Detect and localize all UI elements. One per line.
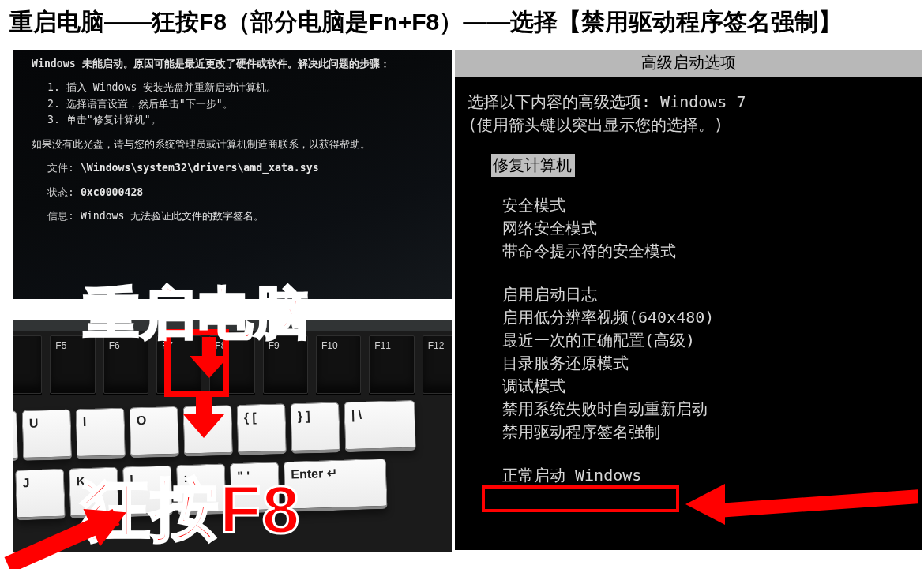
error-status: 状态: 0xc0000428	[32, 185, 436, 200]
left-column: Windows 未能启动。原因可能是最近更改了硬件或软件。解决此问题的步骤： 1…	[13, 50, 449, 552]
error-header: Windows 未能启动。原因可能是最近更改了硬件或软件。解决此问题的步骤：	[32, 56, 436, 72]
key-j: J	[15, 469, 66, 521]
keyboard-fn-row: F4 F5 F6 F7 F8 F9 F10 F11 F12	[13, 335, 452, 394]
boot-opt-blank2	[468, 444, 915, 464]
boot-opt-lastknown[interactable]: 最近一次的正确配置(高级)	[468, 329, 915, 352]
key-enter: Enter ↵	[284, 459, 388, 512]
boot-opt-lowres[interactable]: 启用低分辨率视频(640x480)	[468, 306, 915, 329]
page-title: 重启电脑——狂按F8（部分电脑是Fn+F8）——选择【禁用驱动程序签名强制】	[0, 0, 924, 50]
boot-opt-safemode[interactable]: 安全模式	[468, 194, 915, 217]
key-o: O	[129, 406, 179, 459]
boot-opt-disable-driver-sig[interactable]: 禁用驱动程序签名强制	[468, 421, 915, 444]
boot-opt-debug[interactable]: 调试模式	[468, 375, 915, 398]
key-bracket-l: { [	[236, 403, 287, 455]
disable-driver-sig-highlight	[482, 485, 679, 512]
boot-line1: 选择以下内容的高级选项: Windows 7	[468, 91, 915, 114]
key-bracket-r: } ]	[290, 402, 340, 454]
advanced-boot-options-screen: 高级启动选项 选择以下内容的高级选项: Windows 7 (使用箭头键以突出显…	[455, 50, 922, 550]
key-f12: F12	[423, 335, 452, 394]
key-semicolon: : ;	[176, 463, 227, 515]
windows-error-screen: Windows 未能启动。原因可能是最近更改了硬件或软件。解决此问题的步骤： 1…	[13, 50, 452, 299]
key-l: L	[122, 465, 173, 517]
boot-opt-safemode-net[interactable]: 网络安全模式	[468, 217, 915, 240]
key-quote: " '	[230, 462, 280, 514]
key-f5: F5	[50, 335, 95, 394]
key-f9: F9	[263, 335, 308, 394]
right-column: 高级启动选项 选择以下内容的高级选项: Windows 7 (使用箭头键以突出显…	[455, 50, 915, 552]
key-f11: F11	[369, 335, 414, 394]
error-step1: 1. 插入 Windows 安装光盘并重新启动计算机。	[32, 80, 436, 95]
key-f4: F4	[13, 335, 42, 394]
boot-repair[interactable]: 修复计算机	[491, 154, 575, 177]
error-nocd: 如果没有此光盘，请与您的系统管理员或计算机制造商联系，以获得帮助。	[32, 137, 436, 152]
key-f6: F6	[103, 335, 148, 394]
boot-opt-safemode-cmd[interactable]: 带命令提示符的安全模式	[468, 240, 915, 263]
key-backslash: | \	[344, 400, 416, 452]
keyboard-photo: F4 F5 F6 F7 F8 F9 F10 F11 F12 U I O P { …	[13, 320, 452, 552]
key-f10: F10	[316, 335, 361, 394]
boot-opt-noautorestart[interactable]: 禁用系统失败时自动重新启动	[468, 398, 915, 421]
error-step2: 2. 选择语言设置，然后单击"下一步"。	[32, 96, 436, 112]
boot-opt-dsrestore[interactable]: 目录服务还原模式	[468, 352, 915, 375]
key-u: U	[21, 409, 72, 461]
boot-opt-blank	[468, 263, 915, 283]
boot-opt-bootlog[interactable]: 启用启动日志	[468, 283, 915, 306]
error-step3: 3. 单击"修复计算机"。	[32, 112, 436, 128]
boot-line2: (使用箭头键以突出显示您的选择。)	[468, 114, 915, 137]
boot-title: 高级启动选项	[455, 50, 922, 77]
error-file: 文件: \Windows\system32\drivers\amd_xata.s…	[32, 160, 436, 176]
error-info: 信息: Windows 无法验证此文件的数字签名。	[32, 208, 436, 224]
key-i: I	[75, 408, 126, 460]
